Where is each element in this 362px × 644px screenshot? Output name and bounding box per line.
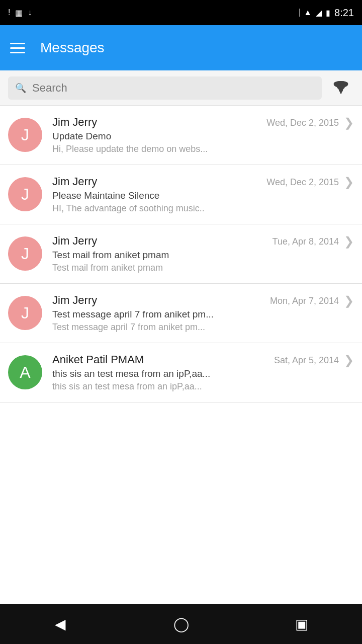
image-icon: ▦ — [15, 8, 23, 18]
recents-button[interactable]: ▣ — [287, 609, 317, 639]
chevron-cell: ❯ — [344, 353, 354, 367]
avatar: J — [8, 296, 42, 330]
home-icon: ◯ — [173, 616, 189, 632]
download-icon: ↓ — [28, 8, 32, 17]
avatar: J — [8, 177, 42, 211]
sender-name: Jim Jerry — [52, 116, 97, 129]
status-time: 8:21 — [334, 7, 354, 19]
message-subject: Please Maintaine Silence — [52, 190, 339, 201]
vibrate-icon: ⎹ — [293, 8, 300, 17]
message-subject: Update Demo — [52, 131, 339, 142]
message-content: Jim Jerry Wed, Dec 2, 2015 Update Demo H… — [52, 116, 339, 154]
search-icon: 🔍 — [15, 83, 26, 94]
signal-icon: ◢ — [316, 8, 322, 18]
status-icons-right: ⎹ ▲ ◢ ▮ 8:21 — [293, 7, 354, 19]
message-preview: Hi, Please update the demo on webs... — [52, 144, 339, 154]
message-item[interactable]: A Aniket Patil PMAM Sat, Apr 5, 2014 thi… — [0, 343, 362, 403]
sender-name: Aniket Patil PMAM — [52, 353, 144, 366]
message-date: Tue, Apr 8, 2014 — [273, 236, 339, 247]
search-container: 🔍 — [0, 70, 362, 106]
avatar: J — [8, 118, 42, 152]
message-header: Aniket Patil PMAM Sat, Apr 5, 2014 — [52, 353, 339, 366]
chevron-right-icon: ❯ — [344, 175, 354, 189]
message-subject: Test message april 7 from aniket pm... — [52, 309, 339, 320]
message-date: Mon, Apr 7, 2014 — [270, 296, 339, 306]
back-icon: ◀ — [55, 616, 66, 632]
filter-icon — [332, 79, 349, 97]
message-content: Aniket Patil PMAM Sat, Apr 5, 2014 this … — [52, 353, 339, 392]
message-date: Wed, Dec 2, 2015 — [266, 118, 339, 128]
chevron-right-icon: ❯ — [344, 353, 354, 367]
message-date: Sat, Apr 5, 2014 — [274, 355, 339, 366]
filter-button[interactable] — [328, 75, 354, 101]
chevron-right-icon: ❯ — [344, 294, 354, 308]
avatar: A — [8, 355, 42, 389]
message-item[interactable]: J Jim Jerry Tue, Apr 8, 2014 Test mail f… — [0, 224, 362, 284]
wifi-icon: ▲ — [304, 8, 312, 17]
message-item[interactable]: J Jim Jerry Wed, Dec 2, 2015 Please Main… — [0, 165, 362, 224]
message-content: Jim Jerry Mon, Apr 7, 2014 Test message … — [52, 294, 339, 333]
message-item[interactable]: J Jim Jerry Mon, Apr 7, 2014 Test messag… — [0, 284, 362, 343]
chevron-cell: ❯ — [344, 234, 354, 249]
sender-name: Jim Jerry — [52, 294, 97, 307]
bottom-nav: ◀ ◯ ▣ — [0, 604, 362, 644]
search-input[interactable] — [32, 82, 315, 95]
hamburger-menu-button[interactable] — [10, 43, 25, 53]
status-bar: ! ▦ ↓ ⎹ ▲ ◢ ▮ 8:21 — [0, 0, 362, 25]
message-preview: this sis an test mesa from an ipP,aa... — [52, 381, 339, 392]
message-subject: this sis an test mesa from an ipP,aa... — [52, 368, 339, 379]
status-icons-left: ! ▦ ↓ — [8, 8, 32, 18]
avatar: J — [8, 236, 42, 271]
chevron-cell: ❯ — [344, 175, 354, 189]
battery-icon: ▮ — [326, 8, 330, 18]
message-header: Jim Jerry Wed, Dec 2, 2015 — [52, 116, 339, 129]
back-button[interactable]: ◀ — [45, 609, 75, 639]
message-content: Jim Jerry Wed, Dec 2, 2015 Please Mainta… — [52, 175, 339, 214]
message-date: Wed, Dec 2, 2015 — [266, 177, 339, 188]
message-list: J Jim Jerry Wed, Dec 2, 2015 Update Demo… — [0, 106, 362, 403]
message-item[interactable]: J Jim Jerry Wed, Dec 2, 2015 Update Demo… — [0, 106, 362, 165]
sender-name: Jim Jerry — [52, 175, 97, 188]
chevron-right-icon: ❯ — [344, 234, 354, 249]
message-preview: Test mail from aniket pmam — [52, 263, 339, 273]
home-button[interactable]: ◯ — [166, 609, 196, 639]
sender-name: Jim Jerry — [52, 234, 97, 248]
svg-point-4 — [334, 81, 348, 86]
message-header: Jim Jerry Wed, Dec 2, 2015 — [52, 175, 339, 188]
chevron-right-icon: ❯ — [344, 116, 354, 130]
recents-icon: ▣ — [295, 616, 308, 632]
app-bar: Messages — [0, 25, 362, 70]
battery-alert-icon: ! — [8, 8, 10, 17]
message-preview: Test message april 7 from aniket pm... — [52, 322, 339, 333]
app-title: Messages — [40, 40, 105, 56]
chevron-cell: ❯ — [344, 294, 354, 308]
message-header: Jim Jerry Tue, Apr 8, 2014 — [52, 234, 339, 248]
message-subject: Test mail from aniket pmam — [52, 250, 339, 261]
message-content: Jim Jerry Tue, Apr 8, 2014 Test mail fro… — [52, 234, 339, 273]
message-preview: HI, The advantage of soothing music.. — [52, 203, 339, 214]
search-input-wrapper[interactable]: 🔍 — [8, 76, 322, 100]
message-header: Jim Jerry Mon, Apr 7, 2014 — [52, 294, 339, 307]
chevron-cell: ❯ — [344, 116, 354, 130]
